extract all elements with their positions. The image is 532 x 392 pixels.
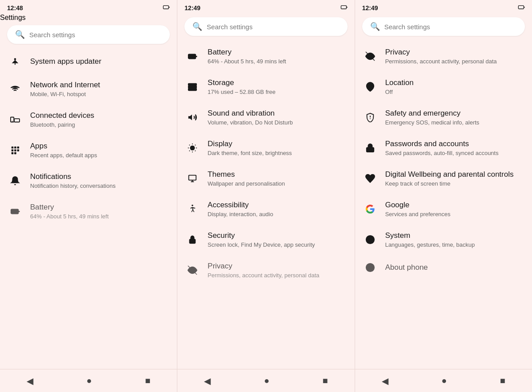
recents-button[interactable]: ■ bbox=[316, 372, 335, 389]
settings-item[interactable]: ThemesWallpaper and personalisation bbox=[177, 163, 354, 194]
privacy-icon bbox=[364, 50, 376, 62]
svg-point-44 bbox=[192, 241, 193, 242]
devices-icon bbox=[9, 113, 21, 126]
svg-rect-41 bbox=[192, 181, 193, 182]
settings-item[interactable]: System apps updater bbox=[0, 49, 177, 74]
settings-item[interactable]: Battery64% - About 5 hrs, 49 mins left bbox=[177, 41, 354, 72]
storage-icon bbox=[186, 81, 199, 93]
svg-rect-13 bbox=[12, 152, 14, 155]
svg-line-32 bbox=[189, 145, 190, 145]
status-battery-icon bbox=[518, 4, 525, 12]
bottom-nav: ◀●■ bbox=[177, 369, 354, 392]
svg-line-33 bbox=[195, 151, 196, 151]
settings-item[interactable]: DisplayDark theme, font size, brightness bbox=[177, 133, 354, 163]
item-subtitle: Display, interaction, audio bbox=[207, 211, 273, 218]
item-title: Display bbox=[207, 139, 292, 149]
item-subtitle: Services and preferences bbox=[385, 211, 450, 218]
search-bar[interactable]: 🔍 Search settings bbox=[362, 17, 525, 36]
item-title: Battery bbox=[30, 202, 109, 212]
svg-rect-14 bbox=[14, 152, 16, 155]
settings-item[interactable]: Passwords and accountsSaved passwords, a… bbox=[355, 133, 532, 163]
svg-point-26 bbox=[195, 85, 196, 85]
settings-item[interactable]: NotificationsNotification history, conve… bbox=[0, 166, 177, 196]
home-button[interactable]: ● bbox=[79, 372, 99, 389]
page-title: Settings bbox=[0, 14, 177, 22]
item-subtitle: Bluetooth, pairing bbox=[30, 121, 94, 129]
item-subtitle: Volume, vibration, Do Not Disturb bbox=[207, 119, 293, 127]
status-bar: 12:49 bbox=[177, 0, 354, 14]
settings-list: System apps updaterNetwork and InternetM… bbox=[0, 49, 177, 369]
item-subtitle: Wallpaper and personalisation bbox=[207, 180, 285, 188]
search-placeholder: Search settings bbox=[207, 23, 252, 31]
search-bar[interactable]: 🔍 Search settings bbox=[7, 25, 170, 44]
svg-point-29 bbox=[191, 146, 195, 150]
svg-rect-9 bbox=[17, 147, 20, 149]
back-button[interactable]: ◀ bbox=[197, 372, 218, 390]
recents-button[interactable]: ■ bbox=[493, 372, 512, 389]
svg-rect-0 bbox=[164, 6, 169, 9]
item-title: Storage bbox=[207, 78, 275, 88]
recents-button[interactable]: ■ bbox=[138, 372, 157, 389]
search-bar[interactable]: 🔍 Search settings bbox=[184, 17, 347, 36]
wifi-icon bbox=[9, 83, 21, 95]
settings-list: PrivacyPermissions, account activity, pe… bbox=[355, 41, 532, 369]
settings-item[interactable]: Sound and vibrationVolume, vibration, Do… bbox=[177, 102, 354, 133]
svg-point-6 bbox=[12, 121, 13, 122]
item-subtitle: 64% - About 5 hrs, 49 mins left bbox=[30, 213, 109, 221]
item-subtitle: Permissions, account activity, personal … bbox=[385, 58, 497, 66]
arrow-up-icon bbox=[9, 55, 21, 68]
item-subtitle: Mobile, Wi-Fi, hotspot bbox=[30, 91, 100, 98]
settings-item[interactable]: LocationOff bbox=[355, 72, 532, 102]
panel-3: 12:49 🔍 Search settings PrivacyPermissio… bbox=[355, 0, 532, 392]
themes-icon bbox=[186, 172, 199, 185]
settings-item[interactable]: AppsRecent apps, default apps bbox=[0, 135, 177, 166]
accessibility-icon bbox=[186, 203, 199, 215]
item-title: About phone bbox=[385, 263, 428, 272]
settings-item[interactable]: Safety and emergencyEmergency SOS, medic… bbox=[355, 102, 532, 133]
item-title: Themes bbox=[207, 170, 285, 179]
settings-item[interactable]: SystemLanguages, gestures, time, backup bbox=[355, 225, 532, 255]
settings-item[interactable]: PrivacyPermissions, account activity, pe… bbox=[177, 255, 354, 286]
settings-item[interactable]: AccessibilityDisplay, interaction, audio bbox=[177, 194, 354, 225]
back-button[interactable]: ◀ bbox=[375, 372, 395, 390]
apps-icon bbox=[9, 144, 21, 156]
system-icon bbox=[364, 233, 376, 246]
home-button[interactable]: ● bbox=[434, 372, 454, 389]
battery-icon bbox=[9, 205, 21, 217]
panel-2: 12:49 🔍 Search settings Battery64% - Abo… bbox=[177, 0, 355, 392]
back-button[interactable]: ◀ bbox=[20, 372, 40, 390]
settings-item[interactable]: GoogleServices and preferences bbox=[355, 194, 532, 225]
item-subtitle: Keep track of screen time bbox=[385, 180, 514, 188]
item-title: Digital Wellbeing and parental controls bbox=[385, 170, 514, 179]
display-icon bbox=[186, 142, 199, 154]
settings-list: Battery64% - About 5 hrs, 49 mins leftSt… bbox=[177, 41, 354, 369]
svg-point-53 bbox=[370, 118, 371, 119]
item-title: Sound and vibration bbox=[207, 109, 293, 118]
svg-rect-40 bbox=[191, 182, 194, 182]
home-button[interactable]: ● bbox=[257, 372, 276, 389]
settings-item[interactable]: Digital Wellbeing and parental controlsK… bbox=[355, 163, 532, 194]
item-subtitle: Notification history, conversations bbox=[30, 182, 116, 190]
svg-line-36 bbox=[189, 151, 190, 151]
bell-icon bbox=[9, 175, 21, 187]
svg-rect-47 bbox=[518, 6, 524, 9]
settings-item[interactable]: Storage17% used – 52.88 GB free bbox=[177, 72, 354, 102]
status-battery-icon bbox=[340, 4, 348, 12]
safety-icon bbox=[364, 111, 376, 124]
settings-item[interactable]: PrivacyPermissions, account activity, pe… bbox=[355, 41, 532, 72]
search-icon: 🔍 bbox=[370, 22, 380, 31]
status-bar: 12:48 bbox=[0, 0, 177, 14]
svg-rect-8 bbox=[14, 147, 16, 149]
item-title: Network and Internet bbox=[30, 80, 100, 90]
settings-item[interactable]: Battery64% - About 5 hrs, 49 mins left bbox=[0, 196, 177, 227]
settings-item[interactable]: SecurityScreen lock, Find My Device, app… bbox=[177, 225, 354, 255]
item-subtitle: Saved passwords, auto-fill, synced accou… bbox=[385, 150, 499, 157]
svg-point-42 bbox=[192, 205, 193, 206]
settings-item[interactable]: Network and InternetMobile, Wi-Fi, hotsp… bbox=[0, 74, 177, 105]
item-title: Safety and emergency bbox=[385, 109, 479, 118]
settings-item[interactable]: Connected devicesBluetooth, pairing bbox=[0, 105, 177, 135]
status-bar: 12:49 bbox=[355, 0, 532, 14]
item-title: Battery bbox=[207, 47, 286, 57]
item-title: Notifications bbox=[30, 172, 116, 182]
settings-item[interactable]: About phone bbox=[355, 255, 532, 280]
